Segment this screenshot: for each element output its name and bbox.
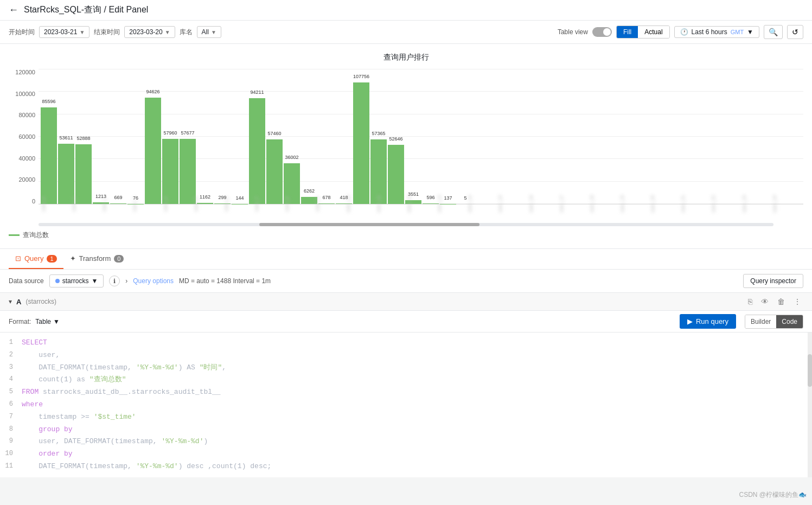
x-label-3: user_3 <box>132 188 161 221</box>
bar-label-6: 94626 <box>146 89 159 94</box>
table-view-switch[interactable] <box>592 27 612 37</box>
run-query-button[interactable]: ▶ Run query <box>680 314 736 329</box>
x-label-6: user_6 <box>223 188 253 221</box>
end-time-value: 2023-03-20 <box>129 28 162 36</box>
table-view-toggle: Table view <box>558 27 612 37</box>
run-query-label: Run query <box>696 317 728 325</box>
line-number-5: 5 <box>0 387 22 397</box>
db-label: 库名 <box>180 28 193 37</box>
x-label-14: user_14 <box>467 188 496 221</box>
datasource-caret: ▼ <box>91 277 98 285</box>
eye-query-button[interactable]: 👁 <box>759 296 771 307</box>
copy-query-button[interactable]: ⎘ <box>746 296 755 307</box>
datasource-select[interactable]: starrocks ▼ <box>49 274 104 287</box>
line-number-3: 3 <box>0 362 22 373</box>
line-number-6: 6 <box>0 399 22 410</box>
delete-query-button[interactable]: 🗑 <box>775 296 787 307</box>
line-content-9: user, DATE_FORMAT(timestamp, '%Y-%m-%d') <box>22 436 812 448</box>
tab-bar: ⊡ Query 1 ✦ Transform 0 <box>0 249 812 270</box>
code-line-2: 2 user, <box>0 349 812 362</box>
builder-tab[interactable]: Builder <box>745 315 776 328</box>
more-query-button[interactable]: ⋮ <box>791 296 803 307</box>
breadcrumb: StarRcks_SQL-查询 / Edit Panel <box>24 4 148 16</box>
x-label-19: user_19 <box>619 188 649 221</box>
chevron-right-icon[interactable]: › <box>125 277 127 285</box>
bar-label-14: 36002 <box>285 155 298 160</box>
x-axis: user_0user_1user_2user_3user_4user_5user… <box>39 188 803 221</box>
x-label-7: user_7 <box>254 188 283 221</box>
end-time-select[interactable]: 2023-03-20 ▼ <box>124 26 175 38</box>
line-content-8: group by <box>22 424 812 436</box>
code-line-4: 4 count(1) as "查询总数" <box>0 374 812 386</box>
format-label: Format: <box>9 318 31 325</box>
line-content-1: SELECT <box>22 337 812 349</box>
info-icon[interactable]: ℹ <box>109 276 120 286</box>
line-content-2: user, <box>22 350 812 361</box>
code-line-6: 6where <box>0 399 812 411</box>
transform-tab-badge: 0 <box>114 255 124 263</box>
bar-label-2: 52888 <box>76 136 90 141</box>
end-time-label: 结束时间 <box>94 28 120 37</box>
time-range-picker[interactable]: 🕐 Last 6 hours GMT ▼ <box>674 26 759 38</box>
y-label-2: 40000 <box>18 155 35 162</box>
x-label-23: user_23 <box>741 188 771 221</box>
query-inspector-button[interactable]: Query inspector <box>743 274 803 288</box>
builder-code-tabs: Builder Code <box>745 315 803 329</box>
query-options-link[interactable]: Query options <box>133 277 174 285</box>
code-line-3: 3 DATE_FORMAT(timestamp, '%Y-%m-%d') AS … <box>0 362 812 374</box>
tab-transform[interactable]: ✦ Transform 0 <box>63 249 131 269</box>
refresh-button[interactable]: ↺ <box>787 25 803 39</box>
actual-button[interactable]: Actual <box>638 26 669 38</box>
time-range-caret: ▼ <box>747 28 753 36</box>
bar-label-19: 57365 <box>372 131 385 136</box>
start-time-value: 2023-03-21 <box>44 28 77 36</box>
timezone-label: GMT <box>731 29 744 35</box>
bar-18[interactable]: 107756 <box>353 82 369 204</box>
x-label-4: user_4 <box>163 188 192 221</box>
bar-label-18: 107756 <box>353 74 369 79</box>
tab-query[interactable]: ⊡ Query 1 <box>9 249 63 269</box>
query-bar: Data source starrocks ▼ ℹ › Query option… <box>0 270 812 293</box>
code-line-5: 5FROM starrocks_audit_db__.starrocks_aud… <box>0 386 812 399</box>
y-axis: 120000 100000 80000 60000 40000 20000 0 <box>9 69 39 204</box>
chart-scrollbar[interactable] <box>39 223 773 226</box>
db-select[interactable]: All ▼ <box>197 26 221 38</box>
clock-icon: 🕐 <box>680 28 688 36</box>
line-content-3: DATE_FORMAT(timestamp, '%Y-%m-%d') AS "时… <box>22 362 812 374</box>
scrollbar-thumb <box>259 223 480 226</box>
fill-actual-toggle: Fill Actual <box>616 25 670 39</box>
start-time-label: 开始时间 <box>9 28 35 37</box>
fill-button[interactable]: Fill <box>617 26 638 38</box>
chart-title: 查询用户排行 <box>9 53 803 62</box>
code-editor[interactable]: 1SELECT2 user,3 DATE_FORMAT(timestamp, '… <box>0 333 812 477</box>
top-bar: ← StarRcks_SQL-查询 / Edit Panel <box>0 0 812 21</box>
code-tab[interactable]: Code <box>776 315 803 328</box>
query-tab-label: Query <box>24 254 43 263</box>
legend-color <box>9 234 20 236</box>
back-button[interactable]: ← <box>9 4 18 16</box>
start-time-select[interactable]: 2023-03-21 ▼ <box>39 26 89 38</box>
editor-scrollbar[interactable] <box>808 333 812 477</box>
chart-area: 查询用户排行 120000 100000 80000 60000 40000 2… <box>0 44 812 248</box>
toggle-knob <box>603 28 611 36</box>
format-select[interactable]: Table ▼ <box>35 318 60 325</box>
y-label-3: 60000 <box>18 133 35 140</box>
y-label-5: 100000 <box>15 91 35 97</box>
db-caret: ▼ <box>211 29 216 35</box>
collapse-icon[interactable]: ▾ <box>9 298 12 305</box>
format-caret: ▼ <box>53 318 60 325</box>
x-label-21: user_21 <box>680 188 709 221</box>
x-label-8: user_8 <box>284 188 314 221</box>
bar-label-7: 57960 <box>163 130 177 136</box>
editor-scrollbar-thumb <box>808 354 812 387</box>
line-content-4: count(1) as "查询总数" <box>22 374 812 386</box>
line-number-9: 9 <box>0 436 22 446</box>
line-number-11: 11 <box>0 461 22 471</box>
query-source: (starrocks) <box>25 298 56 305</box>
code-line-8: 8 group by <box>0 424 812 436</box>
x-label-24: user_24 <box>772 188 801 221</box>
code-line-9: 9 user, DATE_FORMAT(timestamp, '%Y-%m-%d… <box>0 436 812 448</box>
zoom-button[interactable]: 🔍 <box>764 25 783 39</box>
x-label-12: user_12 <box>406 188 436 221</box>
line-number-8: 8 <box>0 424 22 434</box>
